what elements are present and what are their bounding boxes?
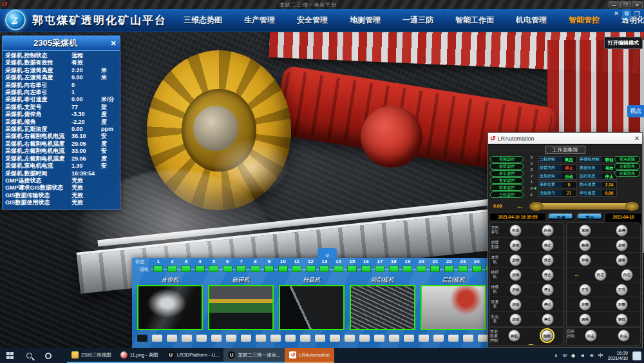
round-button[interactable]: 启动 bbox=[509, 239, 522, 251]
notification-center-icon[interactable] bbox=[632, 351, 641, 360]
indicator-square[interactable] bbox=[315, 335, 325, 342]
microphone-icon[interactable]: Ψ bbox=[562, 353, 567, 358]
minimize-button[interactable]: — bbox=[609, 1, 620, 8]
channel-status-square[interactable] bbox=[209, 266, 218, 272]
round-button[interactable]: 调高 bbox=[579, 313, 591, 326]
round-button[interactable]: 启动 bbox=[616, 239, 628, 251]
channel-status-square[interactable] bbox=[375, 266, 384, 272]
indicator-square[interactable] bbox=[211, 335, 222, 342]
round-button[interactable]: 加速 bbox=[579, 254, 591, 266]
round-button[interactable]: 停止 bbox=[542, 239, 554, 251]
remote-control-button[interactable]: 喷雾远控 bbox=[490, 184, 524, 191]
channel-status-square[interactable] bbox=[153, 266, 163, 272]
round-button[interactable]: 停止 bbox=[542, 269, 554, 281]
camera-thumbnail[interactable] bbox=[350, 285, 415, 330]
remote-control-button[interactable]: 变频远控 bbox=[490, 156, 524, 162]
indicator-square[interactable] bbox=[433, 335, 444, 342]
channel-status-square[interactable] bbox=[306, 266, 316, 272]
indicator-square[interactable] bbox=[330, 335, 340, 342]
speaker-icon[interactable]: ◄ bbox=[580, 353, 585, 358]
channel-status-square[interactable] bbox=[319, 266, 329, 272]
round-button[interactable]: 返回 bbox=[579, 224, 591, 237]
nav-item-1[interactable]: 三维态势图 bbox=[184, 15, 222, 26]
round-button[interactable]: 停止 bbox=[542, 313, 554, 326]
lrautomation-titlebar[interactable]: ↺ LRAutomation ✕ bbox=[488, 133, 642, 144]
remote-control-button[interactable]: 支架远控 bbox=[490, 177, 524, 184]
round-button[interactable]: 左升 bbox=[579, 284, 591, 296]
ime-icon[interactable]: 中 bbox=[598, 352, 603, 359]
round-button[interactable]: 向右 bbox=[542, 224, 554, 237]
round-button[interactable]: 右降 bbox=[616, 299, 628, 311]
remote-control-button[interactable]: 左截割角 bbox=[614, 163, 640, 170]
channel-status-square[interactable] bbox=[167, 266, 177, 272]
channel-status-square[interactable] bbox=[430, 266, 440, 272]
nav-item-2[interactable]: 生产管理 bbox=[244, 15, 275, 26]
channel-status-square[interactable] bbox=[472, 266, 482, 272]
indicator-square[interactable] bbox=[285, 335, 296, 342]
maximize-button[interactable]: ❐ bbox=[620, 1, 631, 8]
reset-button[interactable]: 复位 bbox=[577, 213, 603, 220]
round-button[interactable]: 向右 bbox=[621, 269, 633, 281]
remote-control-button[interactable]: 牵引远控 bbox=[490, 170, 524, 177]
channel-status-square[interactable] bbox=[444, 266, 454, 272]
taskbar-app-4[interactable]: U龙软二三维一体化... bbox=[223, 348, 285, 363]
camera-thumbnail[interactable] bbox=[208, 285, 274, 330]
round-button[interactable]: 左降 bbox=[579, 299, 591, 311]
round-button[interactable]: 围喷 bbox=[541, 329, 553, 342]
round-button[interactable]: 总停 bbox=[616, 224, 628, 237]
channel-status-square[interactable] bbox=[264, 266, 274, 272]
shearer-panel-close-icon[interactable]: ✕ bbox=[108, 39, 118, 48]
round-button[interactable]: 向左 bbox=[594, 269, 607, 281]
cortana-icon[interactable] bbox=[39, 348, 58, 363]
estop-button[interactable]: 急停 bbox=[548, 213, 574, 220]
round-button[interactable]: 向左 bbox=[585, 329, 597, 342]
window-icon[interactable]: ❒ bbox=[632, 10, 641, 18]
camera-thumbnail[interactable] bbox=[421, 285, 486, 330]
clock[interactable]: 16:39 2021/4/10 bbox=[608, 351, 628, 361]
indicator-square[interactable] bbox=[359, 335, 370, 342]
indicator-square[interactable] bbox=[478, 335, 488, 342]
remote-control-button[interactable]: 三机远控 bbox=[490, 191, 524, 198]
close-button[interactable]: ✕ bbox=[632, 1, 643, 8]
indicator-square[interactable] bbox=[196, 335, 207, 342]
network-icon[interactable]: ⊕ bbox=[589, 353, 594, 358]
channel-status-square[interactable] bbox=[292, 266, 301, 272]
indicator-square[interactable] bbox=[463, 335, 473, 342]
round-button[interactable]: 启动 bbox=[509, 284, 522, 296]
round-button[interactable]: 调低 bbox=[616, 313, 628, 326]
channel-status-square[interactable] bbox=[334, 266, 343, 272]
lrautomation-close-icon[interactable]: ✕ bbox=[632, 135, 642, 142]
channel-status-square[interactable] bbox=[223, 266, 232, 272]
search-icon[interactable] bbox=[19, 348, 39, 363]
open-edit-mode-button[interactable]: 打开编辑模式 bbox=[604, 37, 643, 49]
channel-status-square[interactable] bbox=[389, 266, 399, 272]
round-button[interactable]: 跟机 bbox=[508, 329, 520, 342]
indicator-square[interactable] bbox=[270, 335, 281, 342]
collapse-strip-button[interactable]: » bbox=[317, 248, 337, 258]
indicator-square[interactable] bbox=[300, 335, 310, 342]
channel-status-square[interactable] bbox=[361, 266, 371, 272]
remote-control-button[interactable]: 右截割角 bbox=[614, 170, 640, 177]
taskbar-app-1[interactable]: 2305三维视图 bbox=[67, 348, 116, 363]
round-button[interactable]: 急停 bbox=[579, 239, 591, 251]
round-button[interactable]: 停止 bbox=[542, 284, 554, 296]
channel-status-square[interactable] bbox=[402, 266, 412, 272]
channel-status-square[interactable] bbox=[417, 266, 426, 272]
nav-item-6[interactable]: 智能工作面 bbox=[455, 15, 494, 26]
taskbar-app-3[interactable]: ULR3DPlatform - U... bbox=[163, 348, 223, 363]
indicator-square[interactable] bbox=[419, 335, 429, 342]
nav-item-3[interactable]: 安全管理 bbox=[297, 15, 328, 26]
nav-item-8[interactable]: 智能管控 bbox=[569, 15, 600, 26]
indicator-square[interactable] bbox=[152, 335, 162, 342]
channel-status-square[interactable] bbox=[236, 266, 246, 272]
channel-status-square[interactable] bbox=[251, 266, 260, 272]
round-button[interactable]: 启动 bbox=[509, 269, 522, 281]
indicator-square[interactable] bbox=[389, 335, 399, 342]
round-button[interactable]: 向左 bbox=[509, 224, 522, 237]
indicator-square[interactable] bbox=[167, 335, 177, 342]
remote-control-button[interactable]: 摇臂远控 bbox=[490, 163, 524, 170]
gear-icon[interactable]: ⚙ bbox=[622, 10, 631, 18]
indicator-square[interactable] bbox=[448, 335, 459, 342]
round-button[interactable]: 启动 bbox=[509, 313, 522, 326]
hidden-icons-chevron[interactable]: ∧ bbox=[554, 353, 558, 358]
